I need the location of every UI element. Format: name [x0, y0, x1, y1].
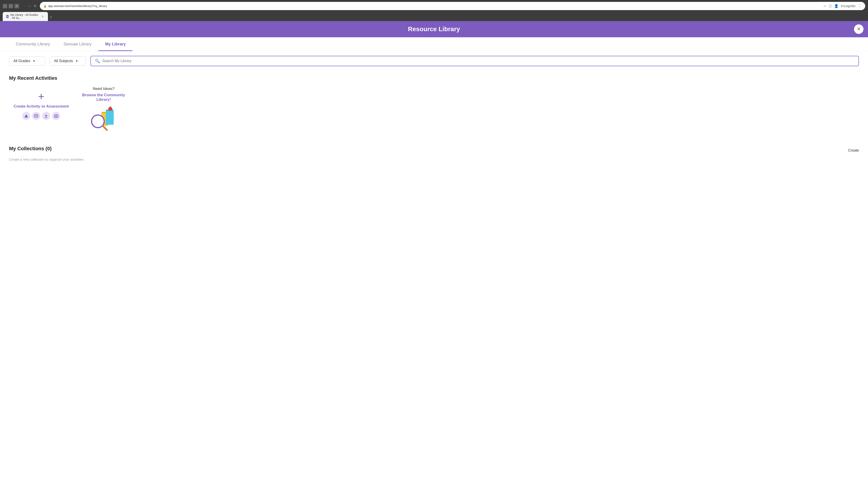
- omnibar[interactable]: 🔒 app.seesaw.me/#/activities/library?my_…: [40, 2, 865, 10]
- camera-icon: [52, 112, 60, 120]
- bookmark-button[interactable]: ☆: [823, 3, 827, 8]
- profile-button[interactable]: 👤: [834, 3, 839, 8]
- nav-buttons: ‹ › ↻: [23, 3, 38, 9]
- svg-rect-1: [34, 115, 38, 117]
- search-icon: 🔍: [95, 59, 100, 64]
- recent-activities-title: My Recent Activities: [9, 75, 859, 81]
- active-tab[interactable]: S My Library - All Grades - All Su... ✕: [3, 12, 48, 21]
- library-tabs: Community Library Seesaw Library My Libr…: [0, 37, 868, 51]
- browser-controls: — □ ✕ ‹ › ↻ 🔒 app.seesaw.me/#/activities…: [3, 2, 865, 10]
- filters-row: All Grades ▼ All Subjects ▼ 🔍: [0, 51, 868, 71]
- close-window-button[interactable]: ✕: [14, 4, 19, 8]
- content-area: My Recent Activities + Create Activity o…: [0, 71, 868, 168]
- svg-line-16: [103, 126, 107, 130]
- svg-line-13: [110, 106, 111, 107]
- grades-chevron-icon: ▼: [33, 59, 36, 63]
- menu-button[interactable]: ⋮: [857, 3, 862, 8]
- tab-my-library[interactable]: My Library: [98, 37, 132, 51]
- svg-point-12: [108, 107, 112, 111]
- browse-community-card[interactable]: Need Ideas? Browse the Community Library…: [79, 87, 128, 134]
- back-button[interactable]: ‹: [23, 3, 26, 9]
- create-collection-button[interactable]: Create: [848, 149, 859, 153]
- grades-label: All Grades: [13, 59, 30, 63]
- subjects-dropdown[interactable]: All Subjects ▼: [50, 57, 86, 66]
- browse-illustration: [86, 105, 122, 133]
- svg-rect-10: [106, 110, 114, 125]
- shape-icon: [22, 112, 30, 120]
- close-dialog-button[interactable]: ✕: [854, 24, 864, 34]
- browser-chrome: — □ ✕ ‹ › ↻ 🔒 app.seesaw.me/#/activities…: [0, 0, 868, 21]
- app-container: Resource Library ✕ Community Library See…: [0, 21, 868, 488]
- tab-bar: S My Library - All Grades - All Su... ✕ …: [3, 12, 865, 21]
- grades-dropdown[interactable]: All Grades ▼: [9, 57, 45, 66]
- assessment-icon: [32, 112, 40, 120]
- url-display: app.seesaw.me/#/activities/library?my_li…: [48, 4, 822, 8]
- activities-grid: + Create Activity or Assessment: [9, 87, 859, 134]
- svg-rect-6: [54, 115, 58, 118]
- create-activity-card[interactable]: + Create Activity or Assessment: [9, 87, 73, 125]
- secure-icon: 🔒: [43, 4, 47, 8]
- create-activity-label: Create Activity or Assessment: [13, 104, 69, 109]
- tab-community-library[interactable]: Community Library: [9, 37, 57, 51]
- subjects-chevron-icon: ▼: [75, 59, 79, 63]
- browse-community-link: Browse the Community Library!: [79, 93, 128, 102]
- page-title: Resource Library: [408, 26, 460, 33]
- new-tab-button[interactable]: +: [48, 14, 54, 21]
- search-container: 🔍: [90, 56, 859, 66]
- forward-button[interactable]: ›: [27, 3, 31, 9]
- maximize-button[interactable]: □: [8, 4, 13, 8]
- extensions-button[interactable]: ⬡: [828, 3, 832, 8]
- upload-icon: [42, 112, 50, 120]
- collections-section: My Collections (0) Create: [9, 143, 859, 158]
- subjects-label: All Subjects: [54, 59, 73, 63]
- minimize-button[interactable]: —: [3, 4, 7, 8]
- collections-title: My Collections (0): [9, 146, 52, 152]
- create-icons-row: [22, 112, 60, 120]
- need-ideas-text: Need Ideas?: [93, 87, 114, 91]
- svg-point-7: [55, 116, 57, 117]
- app-header: Resource Library ✕: [0, 21, 868, 37]
- omnibar-icons: ☆ ⬡ 👤 Incognito ⋮: [823, 3, 862, 8]
- incognito-label: Incognito: [840, 4, 856, 8]
- create-plus-icon: +: [38, 91, 44, 102]
- window-controls: — □ ✕: [3, 4, 19, 8]
- search-input[interactable]: [102, 59, 855, 63]
- tab-close-button[interactable]: ✕: [41, 15, 44, 18]
- tab-seesaw-library[interactable]: Seesaw Library: [57, 37, 98, 51]
- tab-title: My Library - All Grades - All Su...: [10, 13, 39, 20]
- collections-empty-text: Create a new collection to organize your…: [9, 158, 859, 161]
- reload-button[interactable]: ↻: [32, 3, 38, 9]
- tab-favicon: S: [6, 15, 8, 18]
- svg-marker-0: [24, 114, 28, 118]
